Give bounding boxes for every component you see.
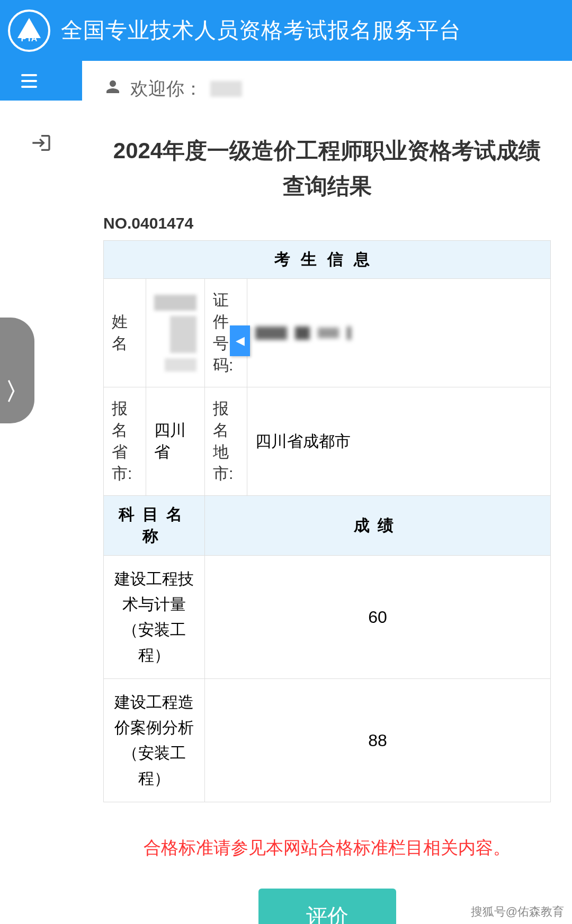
reg-province-label: 报名省市:	[104, 387, 146, 496]
pta-logo: PTA	[8, 10, 50, 52]
page-title: 2024年度一级造价工程师职业资格考试成绩查询结果	[103, 133, 551, 204]
user-icon	[103, 77, 122, 101]
score-header: 成绩	[205, 496, 551, 556]
table-row: 建设工程造价案例分析（安装工程） 88	[104, 679, 551, 802]
sidebar	[0, 101, 82, 158]
welcome-text: 欢迎你：	[130, 77, 202, 101]
candidate-info-header: 考生信息	[104, 241, 551, 279]
top-header: PTA 全国专业技术人员资格考试报名服务平台	[0, 0, 572, 61]
subject-name-0: 建设工程技术与计量（安装工程）	[104, 556, 205, 679]
watermark-text: 搜狐号@佑森教育	[471, 904, 564, 920]
redacted-name	[154, 295, 196, 372]
reg-city-value: 四川省成都市	[247, 387, 551, 496]
subject-score-0: 60	[205, 556, 551, 679]
floating-tab-arrow-icon[interactable]: ◀	[230, 325, 250, 356]
redacted-id	[255, 327, 542, 340]
platform-title: 全国专业技术人员资格考试报名服务平台	[61, 16, 461, 45]
evaluate-button[interactable]: 评价	[258, 889, 396, 924]
hamburger-menu-icon[interactable]	[21, 74, 37, 88]
subject-score-1: 88	[205, 679, 551, 802]
reg-province-value: 四川省	[146, 387, 205, 496]
results-table: 考生信息 姓名 证件号码:	[103, 240, 551, 802]
record-number: NO.0401474	[103, 214, 551, 232]
redacted-username	[210, 81, 242, 97]
login-icon[interactable]	[31, 132, 52, 158]
table-row: 建设工程技术与计量（安装工程） 60	[104, 556, 551, 679]
notice-text: 合格标准请参见本网站合格标准栏目相关内容。	[103, 829, 551, 867]
name-label: 姓名	[104, 279, 146, 387]
content-area: 欢迎你： 2024年度一级造价工程师职业资格考试成绩查询结果 NO.040147…	[82, 61, 572, 924]
subject-header: 科目名称	[104, 496, 205, 556]
floating-nav-handle[interactable]: 〉	[0, 318, 34, 423]
welcome-row: 欢迎你：	[103, 77, 551, 101]
subheader-bar	[0, 61, 82, 101]
reg-city-label: 报名地市:	[205, 387, 247, 496]
subject-name-1: 建设工程造价案例分析（安装工程）	[104, 679, 205, 802]
